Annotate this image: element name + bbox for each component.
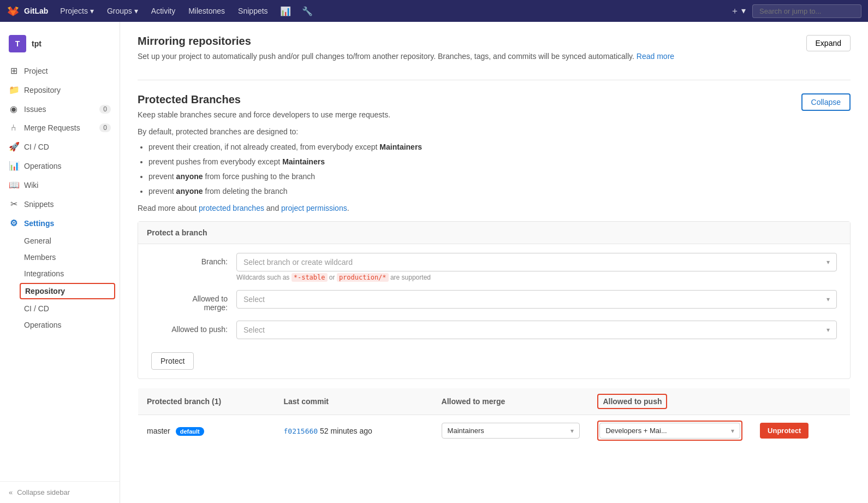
mirroring-desc: Set up your project to automatically pus… (138, 51, 674, 62)
branch-select[interactable]: Select branch or create wildcard ▾ (236, 253, 837, 271)
issues-badge: 0 (99, 105, 111, 114)
branch-chevron-icon: ▾ (827, 258, 830, 266)
last-commit-cell: f0215660 52 minutes ago (275, 415, 433, 447)
sidebar-sub-members[interactable]: Members (0, 249, 120, 265)
sidebar-sub-operations[interactable]: Operations (0, 317, 120, 333)
operations-icon: 📊 (9, 161, 19, 171)
collapse-icon: « (9, 488, 13, 496)
bullet-list: prevent their creation, if not already c… (138, 141, 851, 197)
wildcard-hint: Wildcards such as *-stable or production… (236, 274, 837, 281)
sidebar: T tpt ⊞ Project 📁 Repository ◉ Issues 0 … (0, 22, 120, 503)
branch-label: Branch: (151, 253, 228, 266)
main-content: Mirroring repositories Set up your proje… (120, 22, 868, 503)
push-select[interactable]: Select ▾ (236, 321, 837, 339)
table-header-allowed-push: Allowed to push (588, 388, 751, 415)
merge-label: Allowed to merge: (151, 290, 228, 312)
commit-hash-link[interactable]: f0215660 (284, 427, 318, 435)
repository-icon: 📁 (9, 85, 19, 95)
nav-plus-icon[interactable]: ＋ ▾ (726, 0, 750, 22)
merge-chevron-icon: ▾ (827, 295, 830, 303)
mirroring-expand-button[interactable]: Expand (806, 35, 851, 51)
sidebar-sub-cicd[interactable]: CI / CD (0, 300, 120, 317)
protected-branches-table: Protected branch (1) Last commit Allowed… (138, 388, 851, 447)
sidebar-item-settings[interactable]: ⚙ Settings (0, 214, 120, 233)
sidebar-item-cicd[interactable]: 🚀 CI / CD (0, 137, 120, 156)
default-desc-text: By default, protected branches are desig… (138, 127, 851, 136)
nav-chart-icon[interactable]: 📊 (276, 0, 295, 22)
mirroring-header: Mirroring repositories Set up your proje… (138, 35, 851, 62)
branch-cell: master default (138, 415, 275, 447)
protect-btn-row: Protect (151, 348, 837, 370)
merge-requests-badge: 0 (99, 123, 111, 132)
nav-snippets[interactable]: Snippets (233, 0, 273, 22)
unprotect-button[interactable]: Unprotect (760, 423, 808, 439)
merge-select[interactable]: Select ▾ (236, 290, 837, 309)
bullet-item-1: prevent their creation, if not already c… (148, 141, 851, 153)
nav-milestones[interactable]: Milestones (183, 0, 230, 22)
merge-dropdown-chevron-icon: ▾ (570, 427, 574, 435)
push-chevron-icon: ▾ (827, 326, 830, 334)
protect-branch-form-box: Protect a branch Branch: Select branch o… (138, 221, 851, 379)
push-dropdown-chevron-icon: ▾ (731, 427, 734, 435)
sidebar-sub-general[interactable]: General (0, 233, 120, 249)
protect-button[interactable]: Protect (151, 352, 194, 370)
sidebar-sub-integrations[interactable]: Integrations (0, 265, 120, 282)
table-header-last-commit: Last commit (275, 388, 433, 415)
sidebar-project-name: tpt (32, 39, 41, 48)
nav-groups[interactable]: Groups ▾ (102, 0, 144, 22)
branch-form-row: Branch: Select branch or create wildcard… (151, 253, 837, 281)
branch-field: Select branch or create wildcard ▾ Wildc… (236, 253, 837, 281)
collapse-sidebar-button[interactable]: « Collapse sidebar (0, 481, 120, 503)
top-navbar: GitLab Projects ▾ Groups ▾ Activity Mile… (0, 0, 868, 22)
nav-projects[interactable]: Projects ▾ (55, 0, 99, 22)
merge-field: Select ▾ (236, 290, 837, 309)
push-form-row: Allowed to push: Select ▾ (151, 321, 837, 339)
snippets-icon: ✂ (9, 199, 19, 209)
project-icon: ⊞ (9, 66, 19, 76)
default-badge: default (176, 427, 204, 436)
nav-wrench-icon[interactable]: 🔧 (298, 0, 317, 22)
allowed-merge-cell: Maintainers ▾ (433, 415, 589, 447)
chevron-down-icon: ▾ (90, 7, 94, 15)
nav-activity[interactable]: Activity (146, 0, 181, 22)
sidebar-item-wiki[interactable]: 📖 Wiki (0, 175, 120, 194)
merge-form-row: Allowed to merge: Select ▾ (151, 290, 837, 312)
sidebar-item-issues[interactable]: ◉ Issues 0 (0, 99, 120, 119)
mirroring-title: Mirroring repositories (138, 35, 674, 48)
gitlab-logo-icon (7, 4, 20, 17)
table-row: master default f0215660 52 minutes ago M… (138, 415, 851, 447)
bullet-item-3: prevent anyone from force pushing to the… (148, 171, 851, 182)
avatar: T (9, 35, 26, 52)
sidebar-item-repository[interactable]: 📁 Repository (0, 80, 120, 99)
brand-name: GitLab (24, 7, 48, 15)
read-more-links: Read more about protected branches and p… (138, 204, 851, 212)
mirroring-read-more-link[interactable]: Read more (637, 52, 674, 61)
sidebar-item-merge-requests[interactable]: ⑃ Merge Requests 0 (0, 119, 120, 137)
actions-cell: Unprotect (751, 415, 850, 447)
sidebar-sub-repository[interactable]: Repository (20, 283, 115, 299)
mirroring-section: Mirroring repositories Set up your proje… (138, 35, 851, 62)
brand-logo[interactable]: GitLab (7, 4, 48, 17)
protect-form-body: Branch: Select branch or create wildcard… (138, 244, 850, 378)
bullet-item-2: prevent pushes from everybody except Mai… (148, 156, 851, 168)
table-header-actions (751, 388, 850, 415)
sidebar-item-snippets[interactable]: ✂ Snippets (0, 194, 120, 214)
protect-branch-form-header: Protect a branch (138, 222, 850, 244)
global-search-input[interactable] (752, 4, 861, 18)
protected-branches-link[interactable]: protected branches (199, 204, 264, 212)
settings-icon: ⚙ (9, 218, 19, 228)
wiki-icon: 📖 (9, 180, 19, 190)
merge-dropdown[interactable]: Maintainers ▾ (442, 423, 580, 439)
project-permissions-link[interactable]: project permissions (281, 204, 347, 212)
merge-requests-icon: ⑃ (9, 123, 19, 133)
push-dropdown[interactable]: Developers + Mai... ▾ (599, 423, 740, 439)
sidebar-item-operations[interactable]: 📊 Operations (0, 156, 120, 175)
section-divider (138, 80, 851, 80)
protected-branches-title: Protected Branches (138, 93, 390, 106)
allowed-push-cell: Developers + Mai... ▾ (588, 415, 751, 447)
cicd-icon: 🚀 (9, 141, 19, 152)
protected-branches-header: Protected Branches Keep stable branches … (138, 93, 851, 121)
sidebar-item-project[interactable]: ⊞ Project (0, 61, 120, 80)
protected-branches-collapse-button[interactable]: Collapse (801, 93, 851, 111)
bullet-item-4: prevent anyone from deleting the branch (148, 186, 851, 197)
